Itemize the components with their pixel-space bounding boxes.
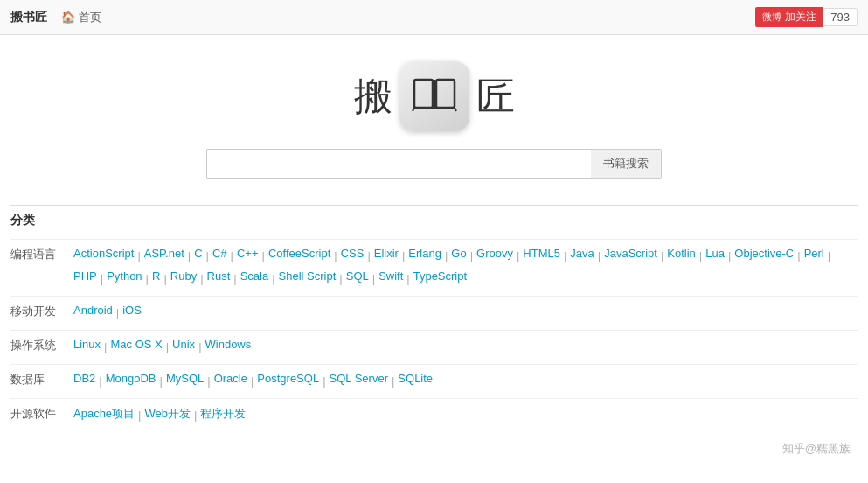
search-input[interactable] [206, 149, 591, 178]
category-label: 数据库 [10, 370, 70, 388]
category-label: 移动开发 [10, 302, 70, 319]
category-link[interactable]: Lua [702, 245, 728, 268]
section-divider: 分类 [10, 205, 858, 239]
category-rows: 编程语言ActionScript|ASP.net|C|C#|C++|Coffee… [10, 239, 858, 432]
category-link[interactable]: C# [209, 245, 231, 268]
category-link[interactable]: TypeScript [410, 268, 470, 290]
logo-icon [399, 61, 469, 131]
book-icon [411, 73, 458, 120]
svg-line-5 [455, 108, 456, 111]
site-name: 搬书匠 [10, 10, 47, 25]
category-link[interactable]: Perl [801, 245, 828, 268]
category-link[interactable]: Apache项目 [70, 404, 138, 427]
category-link[interactable]: Swift [375, 268, 406, 290]
category-links-3: DB2|MongoDB|MySQL|Oracle|PostgreSQL|SQL … [70, 370, 858, 393]
category-link[interactable]: C [191, 245, 205, 268]
category-link[interactable]: MongoDB [102, 370, 160, 393]
logo-char-left: 搬 [354, 71, 392, 122]
section-title: 分类 [10, 213, 858, 228]
category-link[interactable]: MySQL [163, 370, 207, 393]
category-link[interactable]: C++ [233, 245, 262, 268]
category-link[interactable]: Ruby [167, 268, 200, 290]
follow-label: 加关注 [785, 10, 816, 24]
header-right: 微博 加关注 793 [755, 7, 858, 27]
category-link[interactable]: Scala [237, 268, 273, 290]
category-link[interactable]: Rust [204, 268, 234, 290]
category-link[interactable]: Oracle [211, 370, 251, 393]
category-row: 操作系统Linux|Mac OS X|Unix|Windows [10, 330, 858, 364]
category-link[interactable]: Erlang [405, 245, 445, 268]
search-button[interactable]: 书籍搜索 [591, 149, 662, 178]
category-link[interactable]: DB2 [70, 370, 99, 393]
category-row: 编程语言ActionScript|ASP.net|C|C#|C++|Coffee… [10, 239, 858, 296]
category-link[interactable]: Linux [70, 336, 104, 359]
category-link[interactable]: Unix [169, 336, 198, 359]
category-row: 开源软件Apache项目|Web开发|程序开发 [10, 398, 858, 432]
category-link[interactable]: HTML5 [519, 245, 564, 268]
category-link[interactable]: PostgreSQL [253, 370, 323, 393]
category-link[interactable]: CoffeeScript [265, 245, 334, 268]
category-link[interactable]: Java [566, 245, 597, 268]
category-link[interactable]: Shell Script [275, 268, 340, 290]
follow-count: 793 [823, 8, 858, 26]
category-link[interactable]: ActionScript [70, 245, 137, 268]
home-icon: 🏠 [61, 10, 75, 24]
nav-home-label: 首页 [79, 10, 101, 25]
category-label: 编程语言 [10, 245, 70, 262]
header: 搬书匠 🏠 首页 微博 加关注 793 [0, 0, 868, 35]
category-link[interactable]: SQL [343, 268, 372, 290]
category-link[interactable]: Objective-C [731, 245, 797, 268]
search-area: 书籍搜索 [206, 149, 662, 178]
category-link[interactable]: PHP [70, 268, 101, 290]
separator: | [828, 245, 830, 268]
category-links-0: ActionScript|ASP.net|C|C#|C++|CoffeeScri… [70, 245, 858, 290]
svg-rect-1 [436, 80, 455, 108]
category-row: 移动开发Android|iOS [10, 296, 858, 330]
svg-rect-0 [414, 80, 433, 108]
category-link[interactable]: Windows [202, 336, 255, 359]
hero-section: 搬 匠 书籍搜索 [0, 35, 868, 196]
category-link[interactable]: JavaScript [601, 245, 661, 268]
category-link[interactable]: ASP.net [141, 245, 188, 268]
nav-home[interactable]: 🏠 首页 [61, 10, 101, 25]
category-link[interactable]: iOS [119, 302, 145, 325]
category-label: 操作系统 [10, 336, 70, 354]
category-link[interactable]: CSS [337, 245, 368, 268]
category-links-2: Linux|Mac OS X|Unix|Windows [70, 336, 858, 359]
follow-button[interactable]: 微博 加关注 [755, 7, 823, 27]
svg-line-4 [413, 108, 414, 111]
category-links-1: Android|iOS [70, 302, 858, 325]
logo-area: 搬 匠 [354, 61, 515, 131]
category-link[interactable]: Android [70, 302, 116, 325]
category-link[interactable]: SQLite [394, 370, 436, 393]
category-link[interactable]: Kotlin [663, 245, 699, 268]
category-links-4: Apache项目|Web开发|程序开发 [70, 404, 858, 427]
category-row: 数据库DB2|MongoDB|MySQL|Oracle|PostgreSQL|S… [10, 364, 858, 398]
category-link[interactable]: Groovy [473, 245, 517, 268]
categories-section: 分类 编程语言ActionScript|ASP.net|C|C#|C++|Cof… [0, 205, 868, 432]
logo-char-right: 匠 [476, 71, 515, 122]
category-link[interactable]: R [149, 268, 163, 290]
category-link[interactable]: SQL Server [326, 370, 392, 393]
category-link[interactable]: 程序开发 [197, 404, 249, 427]
category-link[interactable]: Python [103, 268, 145, 290]
category-link[interactable]: Elixir [371, 245, 402, 268]
category-link[interactable]: Mac OS X [107, 336, 165, 359]
category-link[interactable]: Web开发 [141, 404, 194, 427]
category-label: 开源软件 [10, 404, 70, 422]
category-link[interactable]: Go [448, 245, 469, 268]
weibo-icon: 微博 [762, 10, 781, 24]
